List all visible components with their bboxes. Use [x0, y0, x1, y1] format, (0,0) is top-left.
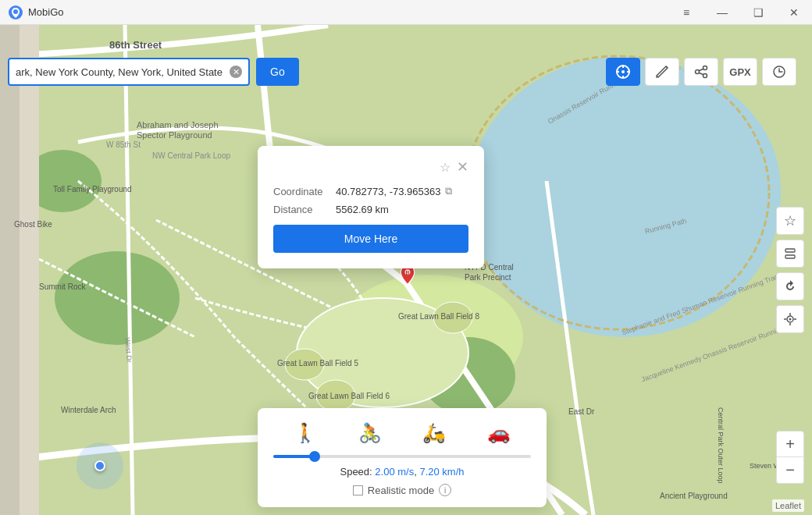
search-bar: ✕ Go [8, 58, 299, 86]
popup-header: ☆ ✕ [273, 158, 468, 176]
locate-icon [783, 312, 797, 326]
distance-row: Distance 5562.69 km [273, 204, 468, 215]
realistic-mode-row: Realistic mode i [273, 484, 531, 496]
scooter-mode-button[interactable]: 🛵 [416, 419, 452, 447]
popup-favorite-button[interactable]: ☆ [440, 158, 451, 176]
svg-rect-30 [785, 249, 795, 252]
move-here-button[interactable]: Move Here [273, 225, 468, 253]
share-button[interactable] [684, 58, 718, 86]
coordinate-value: 40.782773, -73.965363 ⧉ [336, 185, 452, 197]
pencil-icon [655, 65, 669, 79]
close-button[interactable]: ✕ [776, 0, 812, 25]
gps-icon [615, 64, 631, 80]
realistic-mode-info-button[interactable]: i [439, 484, 451, 496]
realistic-mode-checkbox[interactable] [353, 485, 363, 495]
svg-point-33 [789, 318, 792, 321]
search-clear-button[interactable]: ✕ [230, 66, 242, 78]
svg-point-25 [703, 74, 707, 78]
svg-point-12 [316, 380, 355, 411]
minimize-button[interactable]: — [704, 0, 740, 25]
svg-point-10 [433, 302, 472, 333]
go-button[interactable]: Go [256, 58, 299, 86]
speed-panel: 🚶 🚴 🛵 🚗 Speed: 2.00 m/s, 7.20 km/h Reali… [258, 408, 547, 507]
copy-coordinate-button[interactable]: ⧉ [445, 185, 452, 197]
speed-ms-value: 2.00 m/s [375, 466, 414, 478]
svg-rect-15 [0, 25, 20, 515]
app-title: MobiGo [28, 6, 64, 18]
svg-point-1 [13, 9, 18, 14]
distance-value: 5562.69 km [336, 204, 389, 215]
reset-icon [783, 279, 797, 293]
coordinate-label: Coordinate [273, 186, 336, 197]
top-toolbar: GPX [606, 58, 796, 86]
bike-mode-button[interactable]: 🚴 [352, 419, 388, 447]
distance-label: Distance [273, 204, 336, 215]
maximize-button[interactable]: ❑ [740, 0, 776, 25]
transport-modes: 🚶 🚴 🛵 🚗 [273, 419, 531, 447]
search-input-wrapper[interactable]: ✕ [8, 58, 250, 86]
svg-point-24 [703, 66, 707, 70]
coordinate-popup: ☆ ✕ Coordinate 40.782773, -73.965363 ⧉ D… [258, 146, 484, 268]
reset-button[interactable] [776, 272, 804, 300]
speed-slider-thumb[interactable] [309, 451, 320, 462]
svg-line-27 [699, 69, 703, 71]
speed-kmh-value: 7.20 km/h [419, 466, 464, 478]
app-logo: MobiGo [0, 5, 72, 20]
window-controls: ≡ — ❑ ✕ [668, 0, 812, 25]
speed-slider[interactable] [273, 455, 531, 458]
zoom-in-button[interactable]: + [776, 431, 804, 457]
share-icon [694, 65, 708, 79]
realistic-mode-label: Realistic mode [368, 485, 434, 496]
coordinate-row: Coordinate 40.782773, -73.965363 ⧉ [273, 185, 468, 197]
svg-point-19 [621, 70, 625, 73]
location-pin[interactable]: B [398, 265, 417, 287]
favorite-button[interactable]: ☆ [776, 207, 804, 235]
search-input[interactable] [16, 66, 230, 78]
gpx-button[interactable]: GPX [723, 58, 757, 86]
leaflet-attribution: Leaflet [772, 499, 804, 512]
zoom-controls: + − [776, 431, 804, 484]
layers-icon [783, 247, 797, 261]
current-location-indicator [77, 442, 123, 489]
history-button[interactable] [762, 58, 796, 86]
speed-slider-fill [273, 455, 312, 458]
map-container: 86th Street Abraham and Joseph Spector P… [0, 25, 812, 515]
svg-text:B: B [405, 270, 409, 275]
popup-close-button[interactable]: ✕ [457, 158, 468, 176]
speed-text: Speed: 2.00 m/s, 7.20 km/h [273, 466, 531, 478]
car-mode-button[interactable]: 🚗 [481, 419, 517, 447]
speed-slider-wrapper [273, 455, 531, 458]
svg-point-26 [696, 70, 700, 74]
app-logo-icon [8, 5, 23, 20]
titlebar: MobiGo ≡ — ❑ ✕ [0, 0, 812, 25]
svg-point-11 [285, 349, 324, 380]
layers-button[interactable] [776, 240, 804, 268]
menu-button[interactable]: ≡ [668, 0, 704, 25]
locate-me-button[interactable] [776, 305, 804, 333]
pencil-button[interactable] [645, 58, 679, 86]
zoom-out-button[interactable]: − [776, 457, 804, 484]
history-icon [772, 65, 786, 79]
gps-button[interactable] [606, 58, 640, 86]
right-controls: ☆ [776, 207, 804, 333]
svg-rect-31 [785, 255, 795, 258]
svg-line-28 [699, 73, 703, 75]
walk-mode-button[interactable]: 🚶 [287, 419, 323, 447]
